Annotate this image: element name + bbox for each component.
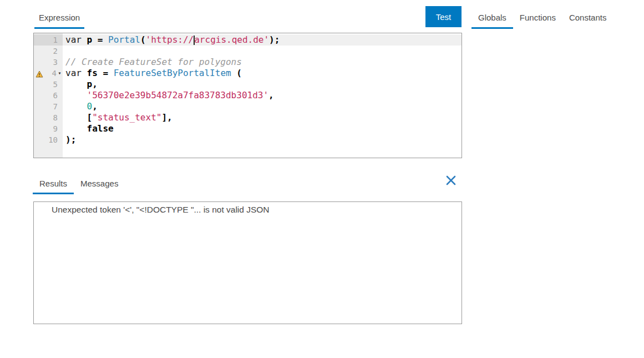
code-token [65,90,87,100]
code-line-7[interactable]: 7 0, [34,101,462,112]
code-token: // Create FeatureSet for polygons [65,57,242,67]
code-token [65,79,87,89]
code-line-2[interactable]: 2 [34,46,462,57]
reference-tabbar: Globals Functions Constants [471,0,613,29]
gutter-line-6: 6 [34,90,63,101]
code-token: FeatureSetByPortalItem [114,68,231,78]
code-token: = [103,68,108,78]
code-token [92,34,98,45]
line-number: 1 [53,34,58,46]
code-content: p, [63,79,462,90]
tab-results[interactable]: Results [33,175,74,194]
code-token: p [87,34,93,45]
line-number: 9 [53,123,58,134]
code-token: var [65,68,87,78]
code-token: ( [231,68,242,78]
code-token: ); [269,34,280,45]
code-token: p, [87,79,98,89]
tab-expression[interactable]: Expression [34,0,84,29]
code-token: ); [65,134,76,145]
gutter-line-4: 4▾ [34,68,63,79]
arcade-expression-editor: Expression Test Globals Functions Consta… [0,0,644,358]
tab-functions[interactable]: Functions [513,0,562,29]
code-token: false [87,123,114,134]
code-token [65,112,87,123]
code-token: , [92,101,98,112]
line-number: 10 [48,134,58,145]
close-x-glyph [444,174,458,187]
code-token [103,34,108,45]
gutter-line-8: 8 [34,112,63,123]
tab-globals[interactable]: Globals [471,0,513,29]
code-token: 'https:// [146,34,194,45]
line-number: 8 [53,112,58,123]
line-number: 2 [53,46,58,57]
code-line-10[interactable]: 10); [34,134,462,145]
error-message: Unexpected token '<', "<!DOCTYPE "... is… [34,202,462,218]
code-content: ); [63,134,462,145]
close-icon[interactable] [444,174,458,187]
code-line-5[interactable]: 5 p, [34,79,462,90]
code-token: arcgis.qed.de' [194,34,269,45]
code-line-1[interactable]: 1var p = Portal('https://arcgis.qed.de')… [34,34,462,46]
code-token: [ [87,112,93,123]
line-number: 4 [52,68,57,79]
code-token: var [65,34,87,45]
tab-messages[interactable]: Messages [74,175,125,194]
code-token: ], [161,112,172,123]
gutter-line-2: 2 [34,46,63,57]
code-token: , [268,90,274,100]
code-line-6[interactable]: 6 '56370e2e39b54872a7fa83783db301d3', [34,90,462,101]
gutter-line-9: 9 [34,123,63,134]
expression-tabbar: Expression [34,0,84,29]
line-number: 7 [53,101,58,112]
gutter-line-10: 10 [34,134,63,145]
code-token [65,123,87,134]
code-content [63,46,462,57]
code-token [98,68,103,78]
code-token: ( [140,34,146,45]
gutter-line-1: 1 [34,34,63,46]
line-number: 3 [53,57,58,68]
code-token: fs [87,68,98,78]
code-token [65,101,87,112]
code-content: var p = Portal('https://arcgis.qed.de'); [63,34,462,46]
code-content: 0, [63,101,462,112]
gutter-line-3: 3 [34,57,63,68]
code-content: var fs = FeatureSetByPortalItem ( [63,68,462,79]
code-token: '56370e2e39b54872a7fa83783db301d3' [87,90,269,100]
warning-icon [36,69,43,77]
code-token [108,68,114,78]
code-token: 0 [87,101,93,112]
code-content: ["status_text"], [63,112,462,123]
code-line-9[interactable]: 9 false [34,123,462,134]
line-number: 6 [53,90,58,101]
code-lines: 1var p = Portal('https://arcgis.qed.de')… [34,33,462,145]
code-content: // Create FeatureSet for polygons [63,57,462,68]
code-line-4[interactable]: 4▾var fs = FeatureSetByPortalItem ( [34,68,462,79]
code-editor[interactable]: 1var p = Portal('https://arcgis.qed.de')… [33,33,462,158]
results-tabbar: Results Messages [33,175,125,194]
line-number: 5 [53,79,58,90]
code-token: = [98,34,103,45]
code-content: false [63,123,462,134]
code-token: Portal [108,34,140,45]
code-line-8[interactable]: 8 ["status_text"], [34,112,462,123]
gutter-line-7: 7 [34,101,63,112]
code-line-3[interactable]: 3// Create FeatureSet for polygons [34,57,462,68]
code-token: "status_text" [92,112,161,123]
gutter-line-5: 5 [34,79,63,90]
test-button[interactable]: Test [425,6,462,27]
code-content: '56370e2e39b54872a7fa83783db301d3', [63,90,462,101]
fold-arrow-icon[interactable]: ▾ [57,69,62,77]
results-panel: Unexpected token '<', "<!DOCTYPE "... is… [33,201,462,324]
tab-constants[interactable]: Constants [562,0,613,29]
